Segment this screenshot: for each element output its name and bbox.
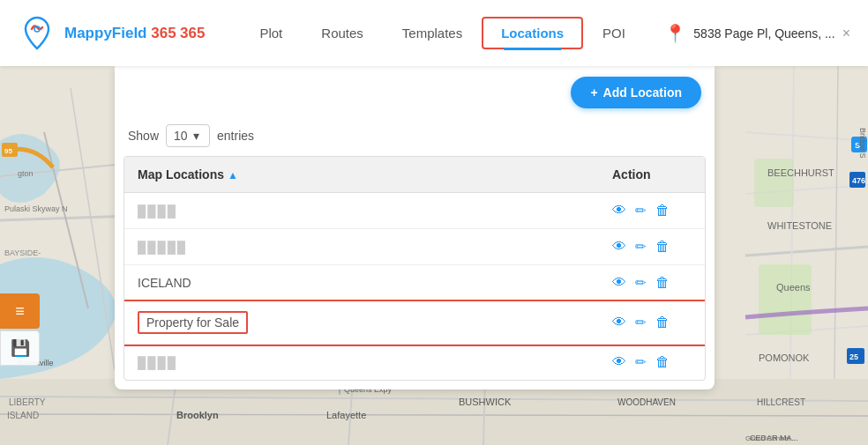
svg-text:Brooklyn: Brooklyn <box>176 410 219 420</box>
delete-icon[interactable]: 🗑 <box>655 239 670 255</box>
location-name: █████ <box>124 229 599 265</box>
menu-button[interactable]: ≡ <box>0 293 40 329</box>
svg-rect-12 <box>759 264 812 335</box>
nav-item-templates[interactable]: Templates <box>383 17 482 49</box>
action-cell: 👁✏🗑 <box>599 345 705 381</box>
menu-icon: ≡ <box>15 302 25 321</box>
svg-text:BUSHWICK: BUSHWICK <box>459 397 512 407</box>
chevron-down-icon: ▾ <box>193 129 199 143</box>
view-icon[interactable]: 👁 <box>612 354 626 370</box>
edit-icon[interactable]: ✏ <box>635 239 647 255</box>
delete-icon[interactable]: 🗑 <box>655 203 670 219</box>
svg-text:Bridge S: Bridge S <box>858 128 867 159</box>
show-label: Show <box>128 129 159 143</box>
col-action: Action <box>599 157 705 193</box>
svg-text:95: 95 <box>4 147 12 155</box>
svg-text:ISLAND: ISLAND <box>7 411 39 420</box>
location-name: Property for Sale <box>124 301 599 345</box>
view-icon[interactable]: 👁 <box>612 275 626 291</box>
entries-label: entries <box>217 129 254 143</box>
entries-select[interactable]: 10 ▾ <box>166 124 210 147</box>
close-location-button[interactable]: × <box>842 26 850 41</box>
sort-icon[interactable]: ▲ <box>228 169 238 182</box>
location-name: ████ <box>124 345 599 381</box>
edit-icon[interactable]: ✏ <box>635 354 647 370</box>
nav-item-routes[interactable]: Routes <box>302 17 383 49</box>
table-row: ICELAND👁✏🗑 <box>124 265 705 301</box>
location-address: 5838 Page Pl, Queens, ... <box>693 26 834 41</box>
navbar: MappyField 365 365 Plot Routes Templates… <box>0 0 868 66</box>
logo-icon <box>18 13 57 53</box>
save-icon: 💾 <box>11 338 30 358</box>
app-name: MappyField 365 <box>64 25 176 41</box>
edit-icon[interactable]: ✏ <box>635 315 647 330</box>
delete-icon[interactable]: 🗑 <box>655 275 670 291</box>
table-header-row: Map Locations ▲ Action <box>124 157 705 193</box>
svg-text:BAYSIDE-: BAYSIDE- <box>4 248 41 257</box>
svg-text:BEECHHURST: BEECHHURST <box>767 167 834 178</box>
svg-text:POMONOK: POMONOK <box>759 352 810 363</box>
nav-item-plot[interactable]: Plot <box>240 17 302 49</box>
location-name: ICELAND <box>124 265 599 301</box>
svg-text:Pulaski Skyway N: Pulaski Skyway N <box>4 204 68 213</box>
delete-icon[interactable]: 🗑 <box>655 354 670 370</box>
panel-header: + Add Location <box>115 66 715 119</box>
svg-text:476: 476 <box>852 176 865 185</box>
nav-item-poi[interactable]: POI <box>583 17 645 49</box>
entries-row: Show 10 ▾ entries <box>115 119 715 156</box>
table-row: ████👁✏🗑 <box>124 345 705 381</box>
svg-text:gton: gton <box>18 169 34 178</box>
svg-text:Lafayette: Lafayette <box>326 410 366 420</box>
nav-item-locations[interactable]: Locations <box>482 17 583 49</box>
table-row: Property for Sale👁✏🗑 <box>124 301 705 345</box>
locations-table: Map Locations ▲ Action ████👁✏🗑█████👁✏🗑IC… <box>124 157 705 380</box>
action-cell: 👁✏🗑 <box>599 301 705 345</box>
svg-text:Grand Central...: Grand Central... <box>745 434 796 442</box>
main-panel: + Add Location Show 10 ▾ entries Map Loc… <box>115 66 715 389</box>
svg-rect-13 <box>754 159 794 207</box>
view-icon[interactable]: 👁 <box>612 315 626 330</box>
table-row: ████👁✏🗑 <box>124 193 705 229</box>
action-cell: 👁✏🗑 <box>599 193 705 229</box>
app-name-full: 365 <box>180 25 205 41</box>
svg-text:WOODHAVEN: WOODHAVEN <box>617 397 676 407</box>
location-pin-icon: 📍 <box>664 23 686 44</box>
action-cell: 👁✏🗑 <box>599 265 705 301</box>
table-row: █████👁✏🗑 <box>124 229 705 265</box>
svg-text:WHITESTONE: WHITESTONE <box>767 220 832 231</box>
save-button[interactable]: 💾 <box>0 330 40 366</box>
add-location-button[interactable]: + Add Location <box>571 77 701 108</box>
nav-links: Plot Routes Templates Locations POI <box>240 17 664 49</box>
location-name: ████ <box>124 193 599 229</box>
col-locations: Map Locations ▲ <box>124 157 599 193</box>
svg-text:LIBERTY: LIBERTY <box>9 397 46 407</box>
svg-text:25: 25 <box>849 352 858 361</box>
edit-icon[interactable]: ✏ <box>635 275 647 291</box>
edit-icon[interactable]: ✏ <box>635 203 647 219</box>
sidebar-icons: ≡ 💾 <box>0 293 40 366</box>
logo-area: MappyField 365 365 <box>18 13 205 53</box>
location-search: 📍 5838 Page Pl, Queens, ... × <box>664 23 850 44</box>
table-container: Map Locations ▲ Action ████👁✏🗑█████👁✏🗑IC… <box>123 156 706 381</box>
delete-icon[interactable]: 🗑 <box>655 315 670 330</box>
action-cell: 👁✏🗑 <box>599 229 705 265</box>
table-body: ████👁✏🗑█████👁✏🗑ICELAND👁✏🗑Property for Sa… <box>124 193 705 381</box>
add-icon: + <box>590 85 597 100</box>
view-icon[interactable]: 👁 <box>612 203 626 219</box>
svg-text:HILLCREST: HILLCREST <box>757 397 805 407</box>
view-icon[interactable]: 👁 <box>612 239 626 255</box>
svg-text:Queens: Queens <box>776 282 811 293</box>
